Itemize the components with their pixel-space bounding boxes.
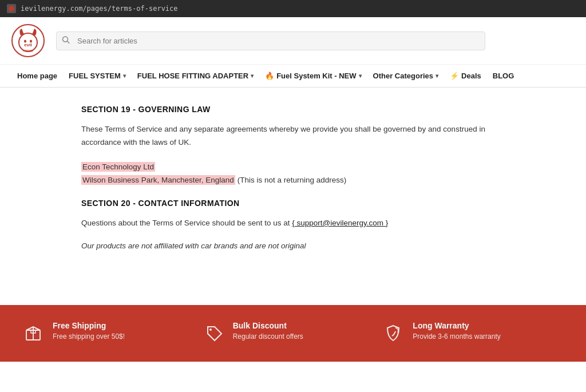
chevron-down-icon: ▾ [435,73,438,79]
section20-title: SECTION 20 - CONTACT INFORMATION [81,199,505,208]
chevron-down-icon: ▾ [359,73,362,79]
nav-item-fuel-system[interactable]: FUEL SYSTEM ▾ [63,65,132,87]
footer-item-warranty: Long Warranty Provide 3-6 months warrant… [383,321,563,346]
svg-line-7 [68,41,70,43]
discount-tag-icon [203,322,224,346]
footer-shipping-subtitle: Free shipping over 50$! [53,332,125,340]
navigation: Home page FUEL SYSTEM ▾ FUEL HOSE FITTIN… [0,65,586,88]
footer-discount-subtitle: Regular discount offers [233,332,303,340]
logo-circle: evil energy [11,24,45,57]
footer-discount-text: Bulk Discount Regular discount offers [233,321,303,340]
favicon [7,4,16,13]
company-address: Wilson Business Park, Manchester, Englan… [81,175,235,185]
warranty-icon [383,322,403,346]
nav-item-deals[interactable]: ⚡Deals [444,65,487,87]
search-input[interactable] [56,31,485,50]
nav-item-fuel-hose[interactable]: FUEL HOSE FITTING ADAPTER ▾ [132,65,259,87]
address-note: (This is not a returning address) [235,176,346,184]
nav-item-home[interactable]: Home page [11,65,63,87]
footer-shipping-text: Free Shipping Free shipping over 50$! [53,321,125,340]
chevron-down-icon: ▾ [123,73,126,79]
logo[interactable]: evil energy [11,24,45,57]
footer-item-shipping: Free Shipping Free shipping over 50$! [23,321,203,346]
browser-bar: ievilenergy.com/pages/terms-of-service [0,0,586,17]
footer: Free Shipping Free shipping over 50$! Bu… [0,305,586,362]
email-link[interactable]: { support@ievilenergy.com } [292,219,388,227]
footer-discount-title: Bulk Discount [233,321,303,330]
footer-warranty-subtitle: Provide 3-6 months warranty [413,332,500,340]
svg-point-12 [209,328,212,331]
footer-shipping-title: Free Shipping [53,321,125,330]
svg-point-0 [9,6,14,11]
section19-title: SECTION 19 - GOVERNING LAW [81,105,505,114]
section19-body: These Terms of Service and any separate … [81,123,505,149]
section19-address-block: Econ Technology Ltd Wilson Business Park… [81,161,505,187]
search-bar[interactable] [56,31,485,50]
company-name: Econ Technology Ltd [81,162,155,172]
search-icon [62,36,70,46]
shipping-box-icon [23,322,43,346]
italic-note: Our products are not affiliated with car… [81,241,505,250]
nav-item-fuel-kit[interactable]: 🔥 Fuel System Kit - NEW ▾ [259,65,367,87]
footer-warranty-title: Long Warranty [413,321,500,330]
svg-text:evil: evil [24,42,31,47]
main-content: SECTION 19 - GOVERNING LAW These Terms o… [70,88,516,305]
header: evil energy [0,17,586,65]
lightning-icon: ⚡ [450,72,459,80]
footer-item-discount: Bulk Discount Regular discount offers [203,321,383,346]
footer-warranty-text: Long Warranty Provide 3-6 months warrant… [413,321,500,340]
contact-text: Questions about the Terms of Service sho… [81,217,505,230]
nav-item-blog[interactable]: BLOG [487,65,520,87]
nav-item-other-categories[interactable]: Other Categories ▾ [367,65,444,87]
browser-url: ievilenergy.com/pages/terms-of-service [21,5,178,13]
chevron-down-icon: ▾ [251,73,254,79]
svg-text:energy: energy [23,49,33,52]
